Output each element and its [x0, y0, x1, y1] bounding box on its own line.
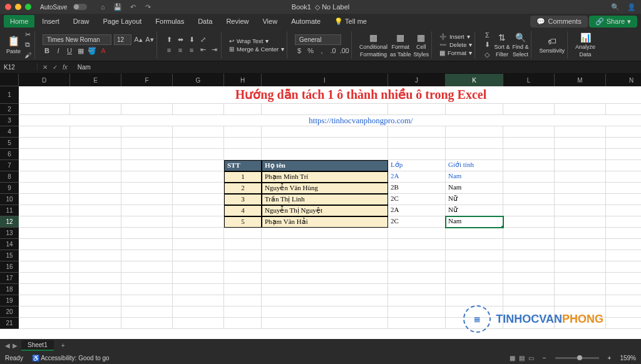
border-icon[interactable]: ▦ [76, 46, 85, 55]
cell[interactable] [19, 138, 70, 149]
cell[interactable] [446, 104, 503, 115]
row-header-11[interactable]: 11 [0, 205, 19, 216]
format-painter-icon[interactable]: 🖌 [23, 51, 32, 59]
cell[interactable] [606, 160, 641, 171]
cell[interactable] [70, 228, 121, 239]
align-center-icon[interactable]: ≡ [176, 46, 185, 54]
cell[interactable] [70, 126, 121, 138]
col-header-N[interactable]: N [606, 74, 641, 86]
row-header-15[interactable]: 15 [0, 250, 19, 261]
cell[interactable] [555, 138, 606, 149]
row-header-7[interactable]: 7 [0, 160, 19, 171]
sheet-nav-prev[interactable]: ◀ [5, 342, 10, 349]
cell[interactable] [121, 228, 173, 239]
sensitivity-button[interactable]: 🏷Sensitivity [539, 36, 565, 54]
font-color-icon[interactable]: A [99, 46, 108, 55]
cell[interactable] [606, 318, 641, 329]
cell[interactable] [70, 183, 121, 194]
cell[interactable] [262, 284, 388, 295]
cell[interactable] [70, 295, 121, 306]
cell[interactable] [446, 228, 503, 239]
maximize-window[interactable] [25, 4, 31, 10]
cell[interactable] [503, 194, 555, 205]
table-row[interactable]: Nguyễn Văn Hùng [262, 183, 388, 194]
cell[interactable] [503, 228, 555, 239]
cell[interactable] [555, 284, 606, 295]
increase-decimal-icon[interactable]: .0 [329, 46, 337, 55]
autosum-icon[interactable]: Σ [483, 31, 491, 39]
cell[interactable] [262, 126, 388, 138]
row-header-9[interactable]: 9 [0, 183, 19, 194]
cell[interactable] [224, 318, 262, 329]
cell[interactable] [19, 194, 70, 205]
cell[interactable] [121, 306, 173, 318]
cancel-formula-icon[interactable]: ✕ [43, 64, 48, 71]
cell[interactable] [606, 239, 641, 250]
row-header-20[interactable]: 20 [0, 306, 19, 318]
row-header-1[interactable]: 1 [0, 86, 19, 104]
col-header-I[interactable]: I [262, 74, 388, 86]
cell[interactable] [262, 306, 388, 318]
normal-view-icon[interactable]: ▦ [510, 355, 515, 361]
cell[interactable] [173, 284, 224, 295]
table-row[interactable]: Nam [446, 183, 503, 194]
comments-button[interactable]: 💬 Comments [530, 16, 587, 28]
cell[interactable] [224, 138, 262, 149]
cell[interactable] [503, 250, 555, 261]
table-row[interactable]: Nữ [446, 194, 503, 205]
row-header-14[interactable]: 14 [0, 239, 19, 250]
url-cell[interactable]: https://tinhocvanphongpro.com/ [19, 115, 641, 126]
cell[interactable] [503, 160, 555, 171]
minimize-window[interactable] [15, 4, 21, 10]
col-header-D[interactable]: D [19, 74, 70, 86]
cell[interactable] [173, 216, 224, 228]
table-row[interactable]: 2C [388, 194, 446, 205]
table-row[interactable]: 3 [224, 194, 262, 205]
cell[interactable] [70, 273, 121, 284]
conditional-formatting-button[interactable]: ▦ConditionalFormatting [359, 33, 387, 58]
sheet-nav-next[interactable]: ▶ [13, 342, 18, 349]
cell[interactable] [262, 228, 388, 239]
cell[interactable] [121, 194, 173, 205]
table-row[interactable]: Phạm Minh Trí [262, 171, 388, 183]
cell[interactable] [503, 183, 555, 194]
align-right-icon[interactable]: ≡ [187, 46, 196, 54]
cells-area[interactable]: Hướng dẫn tách 1 ô thành nhiều ô trong E… [19, 86, 641, 329]
row-header-16[interactable]: 16 [0, 261, 19, 273]
cell[interactable] [606, 104, 641, 115]
cell[interactable] [606, 138, 641, 149]
col-header-L[interactable]: L [503, 74, 555, 86]
tab-view[interactable]: View [256, 15, 284, 28]
cell[interactable] [503, 261, 555, 273]
cell[interactable] [503, 284, 555, 295]
cell[interactable] [70, 318, 121, 329]
home-icon[interactable]: ⌂ [98, 3, 107, 11]
cell[interactable] [19, 126, 70, 138]
col-header-G[interactable]: G [173, 74, 224, 86]
add-sheet-button[interactable]: + [58, 341, 69, 350]
row-header-17[interactable]: 17 [0, 273, 19, 284]
title-cell[interactable]: Hướng dẫn tách 1 ô thành nhiều ô trong E… [19, 86, 641, 104]
cell[interactable] [262, 149, 388, 160]
table-row[interactable]: Nguyễn Thị Nguyệt [262, 205, 388, 216]
cell[interactable] [606, 194, 641, 205]
table-row[interactable]: 2 [224, 183, 262, 194]
decrease-decimal-icon[interactable]: .00 [340, 46, 349, 55]
decrease-indent-icon[interactable]: ⇤ [198, 46, 207, 54]
tab-automate[interactable]: Automate [285, 15, 327, 28]
align-top-icon[interactable]: ⬆ [165, 36, 173, 44]
cell[interactable] [173, 228, 224, 239]
analyze-data-button[interactable]: 📊AnalyzeData [575, 33, 595, 58]
account-icon[interactable]: 👤 [627, 3, 636, 11]
tab-review[interactable]: Review [220, 15, 255, 28]
cell[interactable] [121, 295, 173, 306]
sort-filter-button[interactable]: ⇅Sort &Filter [494, 33, 510, 58]
cell[interactable] [446, 126, 503, 138]
cell[interactable] [555, 194, 606, 205]
number-format-select[interactable]: General [295, 34, 341, 45]
row-header-21[interactable]: 21 [0, 318, 19, 329]
cell[interactable] [388, 318, 446, 329]
formula-bar[interactable]: Nam [73, 64, 641, 71]
cell[interactable] [224, 306, 262, 318]
table-row[interactable]: Phạm Văn Hải [262, 216, 388, 228]
